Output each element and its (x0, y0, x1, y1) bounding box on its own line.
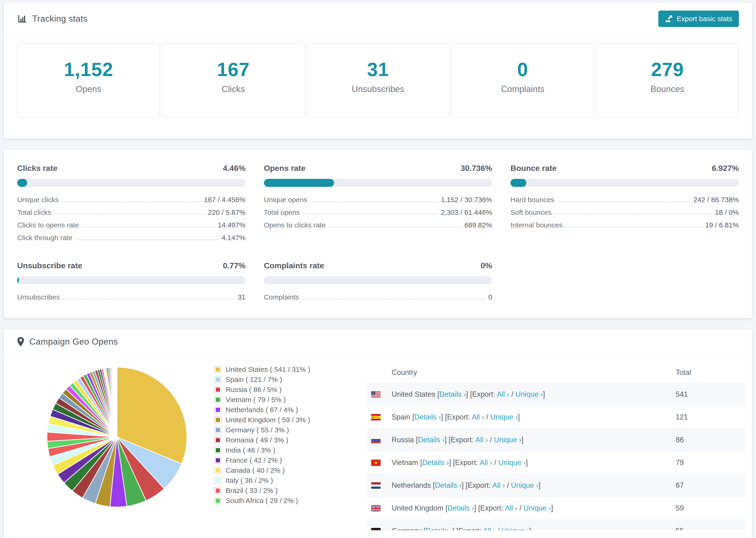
vn-flag-icon (371, 459, 381, 466)
stat-row-unique-clicks: Unique clicks167 / 4.456% (17, 193, 245, 206)
bracket: ] [Export: (461, 481, 492, 489)
stat-row-label: Unique opens (264, 196, 307, 204)
stat-row-complaints: Complaints0 (264, 291, 492, 303)
stat-row-label: Clicks to opens rate (17, 221, 79, 229)
gb-flag-icon (371, 505, 381, 511)
details-link[interactable]: Details › (422, 458, 449, 467)
legend-label: Italy ( 36 / 2% ) (226, 476, 273, 484)
legend-label: Russia ( 86 / 5% ) (226, 386, 282, 394)
stat-row-soft-bounces: Soft bounces18 / 0% (511, 206, 739, 219)
country-name: Germany (392, 527, 423, 530)
legend-item-italy: Italy ( 36 / 2% ) (214, 476, 367, 484)
legend-item-france: France ( 42 / 2% ) (214, 456, 367, 464)
export-all-link[interactable]: All › (480, 458, 492, 467)
export-all-link[interactable]: All › (472, 413, 484, 421)
bracket: ] (518, 413, 520, 421)
stat-label: Clicks (162, 84, 304, 94)
legend-label: France ( 42 / 2% ) (226, 456, 282, 464)
geo-pie-chart (17, 362, 205, 510)
stat-box-clicks: 167Clicks (162, 43, 304, 117)
rate-value: 6.927% (712, 164, 739, 173)
slash: / (492, 458, 498, 467)
stat-row-label: Total opens (264, 208, 300, 216)
total-cell: 55 (676, 527, 735, 530)
stat-value: 0 (452, 58, 594, 81)
details-link[interactable]: Details › (426, 527, 453, 530)
legend-label: Romania ( 49 / 3% ) (226, 436, 288, 444)
slash: / (509, 390, 515, 398)
stat-row-total-opens: Total opens2,303 / 61.446% (264, 206, 492, 219)
legend-item-spain: Spain ( 121 / 7% ) (214, 376, 367, 384)
legend-item-netherlands: Netherlands ( 67 / 4% ) (214, 406, 367, 414)
legend-swatch-icon (214, 467, 221, 474)
legend-swatch-icon (214, 497, 221, 504)
export-unique-link[interactable]: Unique › (490, 413, 518, 421)
stat-label: Bounces (597, 84, 738, 94)
export-all-link[interactable]: All › (505, 504, 517, 512)
rate-section-complaints-rate: Complaints rate0%Complaints0 (264, 261, 492, 303)
export-all-link[interactable]: All › (492, 481, 505, 489)
progress-track-opens-rate (264, 179, 492, 187)
stat-row-label: Internal bounces (511, 221, 563, 229)
geo-legend: United States ( 541 / 31% )Spain ( 121 /… (205, 362, 367, 507)
stat-box-unsubscribes: 31Unsubscribes (307, 43, 449, 117)
table-row-germany: Germany [Details ›] [Export: All › / Uni… (367, 519, 745, 530)
column-header-total: Total (676, 368, 735, 377)
rate-section-clicks-rate: Clicks rate4.46%Unique clicks167 / 4.456… (17, 164, 245, 244)
bracket: ] (543, 390, 545, 398)
country-name: United Kingdom (392, 504, 445, 512)
stat-row-value: 4.147% (222, 234, 245, 242)
export-unique-link[interactable]: Unique › (498, 458, 526, 467)
details-link[interactable]: Details › (414, 413, 441, 421)
bracket: ] (529, 527, 531, 530)
details-link[interactable]: Details › (439, 390, 466, 398)
rates-grid: Clicks rate4.46%Unique clicks167 / 4.456… (17, 164, 739, 303)
export-unique-link[interactable]: Unique › (502, 527, 529, 530)
legend-swatch-icon (214, 416, 221, 423)
export-all-link[interactable]: All › (497, 390, 509, 398)
bracket: [ (416, 436, 418, 444)
bracket: ] (526, 458, 528, 467)
rate-head: Bounce rate6.927% (511, 164, 739, 173)
details-link[interactable]: Details › (448, 504, 474, 512)
export-unique-link[interactable]: Unique › (523, 504, 551, 512)
bracket: [ (423, 527, 426, 530)
export-all-link[interactable]: All › (483, 527, 495, 530)
ru-flag-icon (371, 437, 381, 443)
details-link[interactable]: Details › (418, 436, 445, 444)
column-header-country: Country (392, 368, 676, 377)
legend-item-russia: Russia ( 86 / 5% ) (214, 386, 367, 394)
stat-label: Unsubscribes (307, 84, 449, 94)
stat-row-value: 14.497% (218, 221, 245, 229)
stat-row-value: 31 (238, 293, 245, 301)
export-all-link[interactable]: All › (475, 436, 488, 444)
dotted-leader (302, 299, 486, 299)
total-cell: 59 (676, 504, 735, 512)
progress-fill (17, 179, 27, 187)
export-unique-link[interactable]: Unique › (494, 436, 521, 444)
es-flag-icon (371, 414, 381, 420)
table-row-united-states: United States [Details ›] [Export: All ›… (367, 383, 745, 405)
progress-fill (511, 179, 526, 187)
total-cell: 541 (676, 390, 735, 399)
rate-rows: Unique opens1,152 / 30.736%Total opens2,… (264, 193, 492, 232)
export-unique-link[interactable]: Unique › (515, 390, 543, 398)
dotted-leader (557, 201, 690, 202)
export-unique-link[interactable]: Unique › (511, 481, 538, 489)
tracking-stats-header: Tracking stats Export basic stats (4, 3, 752, 35)
dotted-leader (328, 227, 461, 228)
legend-label: Germany ( 55 / 3% ) (226, 426, 289, 434)
rate-section-bounce-rate: Bounce rate6.927%Hard bounces242 / 86.73… (511, 164, 739, 244)
stat-row-label: Total clicks (17, 208, 51, 216)
stat-row-total-clicks: Total clicks220 / 5.87% (17, 206, 245, 219)
legend-label: South Africa ( 29 / 2% ) (226, 497, 298, 505)
legend-label: United States ( 541 / 31% ) (226, 365, 310, 373)
progress-track-clicks-rate (17, 179, 245, 187)
stats-row: 1,152Opens167Clicks31Unsubscribes0Compla… (4, 35, 752, 139)
dotted-leader (303, 214, 438, 215)
progress-track-unsubscribe-rate (17, 276, 245, 284)
stat-row-unsubscribes: Unsubscribes31 (17, 291, 245, 303)
export-basic-stats-button[interactable]: Export basic stats (658, 11, 739, 27)
details-link[interactable]: Details › (435, 481, 461, 489)
dashboard-page: Tracking stats Export basic stats 1,152O… (0, 0, 756, 538)
